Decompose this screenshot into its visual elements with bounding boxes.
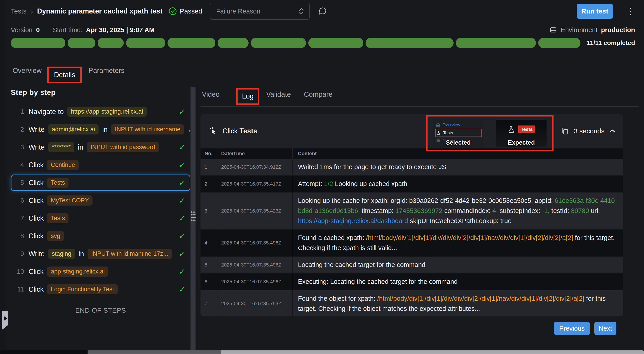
expected-screenshot-thumbnail[interactable]: Tests Expected: [496, 120, 546, 147]
start-time-label: Start time:: [53, 26, 82, 34]
progress-segment[interactable]: [366, 38, 454, 48]
collapse-chevron-icon[interactable]: [609, 129, 616, 133]
progress-segment[interactable]: [168, 38, 215, 48]
home-icon: [436, 123, 440, 127]
step-conjunction: in: [78, 250, 84, 258]
log-rows: 12025-04-30T16:07:34.912ZWaited 1ms for …: [200, 159, 623, 316]
progress-segment[interactable]: [251, 38, 306, 48]
log-text: 1745536369972: [396, 207, 442, 214]
step-row[interactable]: 3Write********inINPUT with id password✓: [11, 139, 190, 155]
log-row-content: Attempt: 1/2 Looking up cached xpath: [292, 176, 623, 192]
copy-icon[interactable]: [561, 127, 569, 135]
steps-list: 1Navigate tohttps://app-staging.relicx.a…: [11, 103, 190, 298]
breadcrumb-tests[interactable]: Tests: [11, 8, 26, 15]
log-row-content: Looking up the cache for xpath: orgId: b…: [292, 193, 623, 229]
step-row[interactable]: 2Writeadmin@relicx.aiinINPUT with id use…: [11, 121, 190, 138]
progress-segment[interactable]: [68, 38, 96, 48]
tab-overview[interactable]: Overview: [11, 67, 43, 84]
horizontal-scrollbar-thumb[interactable]: [88, 350, 221, 354]
collapsed-sidebar-rail: [0, 0, 6, 350]
selected-screenshot-thumbnail[interactable]: Overview Tests Suites Selected: [433, 120, 484, 147]
progress-segment[interactable]: [308, 38, 363, 48]
top-bar: Tests › Dynamic parameter cached xpath t…: [11, 0, 637, 23]
step-row[interactable]: 1Navigate tohttps://app-staging.relicx.a…: [11, 103, 190, 120]
step-action: Click: [28, 197, 44, 205]
step-number: 4: [14, 161, 24, 169]
step-row[interactable]: 7ClickTests✓: [11, 210, 190, 227]
step-row[interactable]: 11ClickLogin Functionality Test✓: [11, 281, 190, 298]
step-success-icon: ✓: [179, 232, 186, 241]
log-text: testId:: [550, 207, 571, 214]
log-url-link[interactable]: https://app-staging.relicx.ai/dashboard: [298, 217, 408, 225]
duration-label: 3 seconds: [574, 127, 604, 135]
log-row-content: Waited 1ms for the page to get ready to …: [292, 159, 623, 175]
log-row-number: 3: [200, 193, 218, 229]
step-action: Write: [28, 125, 45, 134]
kebab-menu-icon[interactable]: ⋮: [623, 7, 637, 16]
log-text: Looking up cached xpath: [333, 180, 407, 187]
expected-label: Expected: [496, 139, 546, 146]
log-text: commandIndex:: [442, 207, 492, 214]
progress-segment[interactable]: [11, 38, 65, 48]
progress-segment[interactable]: [126, 38, 165, 48]
step-success-icon: ✓: [179, 249, 186, 258]
sidebar-expand-handle[interactable]: [2, 311, 8, 330]
step-action: Click: [28, 268, 44, 276]
click-cursor-icon: [208, 126, 218, 136]
step-row[interactable]: 5ClickTests✓: [11, 174, 190, 191]
environment-icon: [549, 26, 557, 34]
progress-segment[interactable]: [218, 38, 248, 48]
step-value-chip: admin@relicx.ai: [48, 124, 98, 134]
log-row-timestamp: 2025-04-30T16:07:35.496Z: [218, 273, 292, 290]
tab-parameters[interactable]: Parameters: [87, 67, 126, 84]
step-row[interactable]: 4ClickContinue✓: [11, 157, 190, 173]
tab-details[interactable]: Details: [54, 71, 75, 79]
log-action-target: Tests: [240, 127, 257, 135]
annotation-box-details: Details: [48, 67, 82, 83]
select-chevrons-icon: [298, 8, 304, 15]
expected-target-chip: Tests: [518, 125, 535, 133]
status-badge: Passed: [168, 7, 202, 16]
steps-panel: Step by step 1Navigate tohttps://app-sta…: [11, 88, 190, 314]
log-row: 62025-04-30T16:07:35.496ZExecuting: Loca…: [200, 273, 623, 290]
pagination: Previous Next: [200, 322, 639, 335]
log-card: Click Tests Overview Tests: [200, 114, 623, 316]
start-time-value: Apr 30, 2025 | 9:07 AM: [86, 26, 154, 34]
steps-heading: Step by step: [11, 88, 190, 97]
log-row-timestamp: 2025-04-30T16:07:35.417Z: [218, 176, 292, 192]
next-button[interactable]: Next: [594, 322, 616, 335]
thumbnail-target: Tests: [496, 120, 546, 139]
main-tabs: Overview Details Parameters: [11, 57, 635, 84]
tab-video[interactable]: Video: [200, 90, 221, 106]
step-success-icon: ✓: [179, 267, 186, 276]
progress-row: 11/11 completed: [11, 38, 635, 48]
panel-splitter[interactable]: [190, 87, 196, 350]
step-action: Navigate to: [28, 108, 64, 116]
step-success-icon: ✓: [179, 143, 186, 152]
step-action: Click: [28, 161, 44, 169]
splitter-grip-icon[interactable]: [190, 211, 196, 222]
progress-segment[interactable]: [456, 38, 536, 48]
step-conjunction: in: [102, 125, 108, 134]
step-row[interactable]: 8Clicksvg✓: [11, 228, 190, 244]
tab-validate[interactable]: Validate: [265, 90, 292, 106]
step-number: 5: [14, 179, 24, 187]
step-row[interactable]: 6ClickMyTest COPY✓: [11, 192, 190, 209]
horizontal-scrollbar[interactable]: [88, 350, 644, 354]
log-text: 80780: [571, 207, 589, 214]
tab-compare[interactable]: Compare: [302, 90, 334, 106]
progress-segment[interactable]: [98, 38, 124, 48]
step-conjunction: in: [78, 143, 83, 151]
run-test-button[interactable]: Run test: [577, 4, 613, 19]
failure-reason-select[interactable]: Failure Reason: [210, 3, 310, 20]
step-success-icon: ✓: [179, 196, 186, 205]
comment-icon[interactable]: [318, 6, 328, 16]
previous-button[interactable]: Previous: [554, 322, 590, 335]
step-target-chip: Tests: [47, 178, 68, 188]
log-text: 1/2: [324, 180, 333, 187]
tab-log[interactable]: Log: [242, 92, 254, 100]
log-text: Attempt:: [298, 180, 324, 187]
progress-segment[interactable]: [538, 38, 580, 48]
step-row[interactable]: 10Clickapp-staging.relicx.ai✓: [11, 263, 190, 280]
step-row[interactable]: 9WritestaginginINPUT with id mantine-17z…: [11, 246, 190, 262]
